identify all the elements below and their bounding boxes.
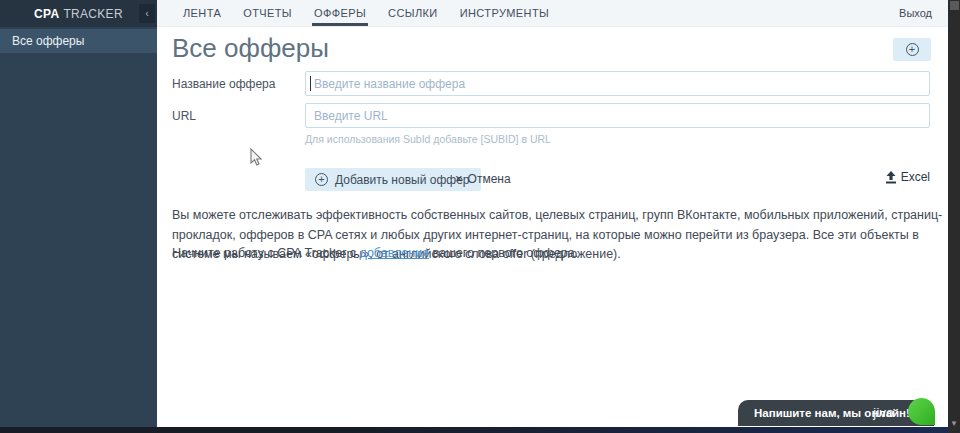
add-new-offer-label: Добавить новый оффер xyxy=(335,173,469,187)
get-started-prefix: Начните работу с CPA Tracker с xyxy=(172,246,360,260)
brand-name-light: TRACKER xyxy=(63,7,122,21)
get-started-suffix: вашего первого оффера. xyxy=(429,246,578,260)
app-window: CPA TRACKER ‹ Все офферы ЛЕНТА ОТЧЕТЫ ОФ… xyxy=(0,0,960,433)
page-title: Все офферы xyxy=(172,33,329,64)
logout-link[interactable]: Выход xyxy=(899,0,932,27)
logo: CPA TRACKER ‹ xyxy=(0,0,157,27)
sidebar: CPA TRACKER ‹ Все офферы xyxy=(0,0,157,427)
excel-label: Excel xyxy=(901,170,930,184)
jivo-leaf-icon[interactable] xyxy=(908,398,935,425)
upload-icon xyxy=(885,171,897,184)
sidebar-collapse-button[interactable]: ‹ xyxy=(139,4,155,23)
bottom-window-edge xyxy=(0,427,948,433)
add-offer-top-button[interactable]: + xyxy=(893,38,931,61)
offer-name-input[interactable] xyxy=(305,71,930,96)
nav-tab-links[interactable]: ССЫЛКИ xyxy=(386,0,440,26)
text-caret xyxy=(310,76,311,91)
plus-circle-icon: + xyxy=(906,43,919,56)
nav-tab-lenta[interactable]: ЛЕНТА xyxy=(181,0,223,26)
brand-name-bold: CPA xyxy=(34,7,59,21)
jivo-chat-widget[interactable]: Напишите нам, мы онлайн! jivo xyxy=(738,400,934,426)
scroll-down-arrow-icon[interactable]: ▾ xyxy=(949,418,959,428)
mouse-cursor xyxy=(250,148,264,168)
get-started-paragraph: Начните работу с CPA Tracker с добавлени… xyxy=(172,246,872,260)
offer-name-label: Название оффера xyxy=(172,77,275,91)
scrollbar-thumb[interactable] xyxy=(950,1,959,10)
cancel-label: Отмена xyxy=(468,172,511,186)
nav-tab-offers[interactable]: ОФФЕРЫ xyxy=(312,0,368,26)
plus-circle-icon: + xyxy=(315,173,328,186)
excel-export-button[interactable]: Excel xyxy=(885,170,930,184)
url-input[interactable] xyxy=(305,103,930,128)
vertical-scrollbar[interactable]: ▾ xyxy=(948,0,960,433)
cancel-button[interactable]: × Отмена xyxy=(455,171,511,186)
top-navbar: ЛЕНТА ОТЧЕТЫ ОФФЕРЫ ССЫЛКИ ИНСТРУМЕНТЫ В… xyxy=(157,0,948,27)
close-icon: × xyxy=(455,171,463,186)
jivo-logo-text: jivo xyxy=(873,406,894,420)
sidebar-item-label: Все офферы xyxy=(12,34,84,48)
nav-tab-reports[interactable]: ОТЧЕТЫ xyxy=(241,0,294,26)
url-hint-text: Для использования SubId добавьте [SUBID]… xyxy=(305,133,551,145)
chevron-left-icon: ‹ xyxy=(145,7,149,19)
url-label: URL xyxy=(172,109,196,123)
nav-tab-tools[interactable]: ИНСТРУМЕНТЫ xyxy=(458,0,552,26)
sidebar-item-all-offers[interactable]: Все офферы xyxy=(0,29,157,53)
add-first-offer-link[interactable]: добавления xyxy=(360,246,429,260)
